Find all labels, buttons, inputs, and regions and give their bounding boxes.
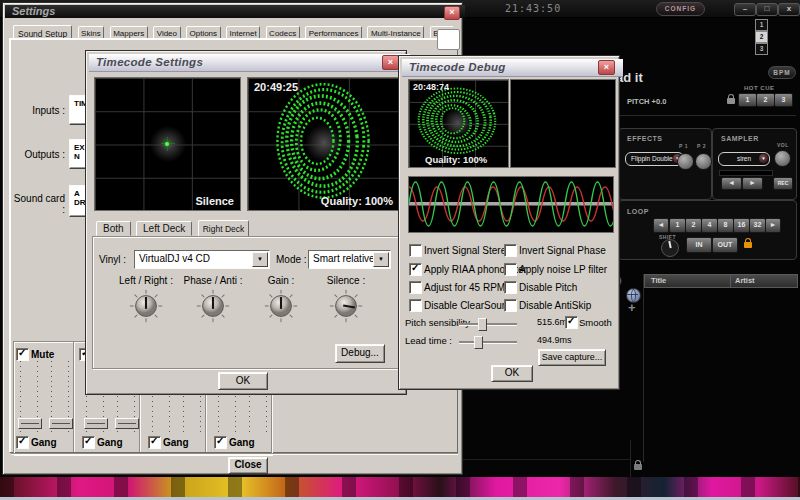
effect-param1-knob[interactable] xyxy=(677,153,694,170)
loop-double-button[interactable]: ► xyxy=(765,218,781,233)
close-button[interactable]: x xyxy=(778,3,800,16)
fader-handle[interactable] xyxy=(115,418,139,429)
sampler-rec-button[interactable]: REC xyxy=(773,177,793,190)
fader-handle[interactable] xyxy=(49,418,73,429)
sampler-volume-knob[interactable] xyxy=(774,150,791,167)
hotcue-button-3[interactable]: 3 xyxy=(774,93,793,107)
gang-checkbox-4[interactable] xyxy=(214,436,227,449)
loop-out-button[interactable]: OUT xyxy=(712,237,738,253)
settings-titlebar[interactable]: Settings xyxy=(5,5,465,18)
save-capture-button[interactable]: Save capture... xyxy=(538,349,606,366)
phase-anti-knob[interactable] xyxy=(194,287,232,325)
fader-handle[interactable] xyxy=(18,418,42,429)
loop-16-button[interactable]: 16 xyxy=(733,218,750,233)
loop-8-button[interactable]: 8 xyxy=(717,218,734,233)
layout-button-3[interactable]: 3 xyxy=(755,43,768,55)
disable-clearsound-checkbox[interactable] xyxy=(409,299,422,312)
disable-clearsound-label: Disable ClearSound xyxy=(424,300,513,311)
hotcue-button-1[interactable]: 1 xyxy=(738,93,757,107)
fader-handle[interactable] xyxy=(84,418,108,429)
effect-param2-knob[interactable] xyxy=(695,153,712,170)
mixer-separator-1 xyxy=(73,342,74,452)
disable-pitch-label: Disable Pitch xyxy=(519,282,577,293)
bpm-button[interactable]: BPM xyxy=(768,66,796,79)
sample-next-button[interactable]: ► xyxy=(742,177,763,190)
mode-dropdown-arrow-icon[interactable]: ▼ xyxy=(373,252,389,267)
hotcue-button-2[interactable]: 2 xyxy=(756,93,775,107)
layout-button-1[interactable]: 1 xyxy=(755,19,768,31)
smooth-label: Smooth xyxy=(579,317,612,328)
vinyl-dropdown-arrow-icon[interactable]: ▼ xyxy=(252,252,268,267)
outputs-label: Outputs : xyxy=(19,149,65,160)
timecode-settings-titlebar[interactable]: Timecode Settings xyxy=(89,54,410,72)
browser-lock-icon[interactable] xyxy=(634,464,642,470)
column-divider[interactable] xyxy=(730,275,731,287)
smooth-checkbox[interactable] xyxy=(565,316,578,329)
timecode-debug-titlebar[interactable]: Timecode Debug xyxy=(402,59,623,77)
lead-slider-thumb[interactable] xyxy=(474,336,483,349)
vinyl-select[interactable]: VirtualDJ v4 CD ▼ xyxy=(134,250,270,269)
apply-riaa-checkbox[interactable] xyxy=(409,263,422,276)
loop-32-button[interactable]: 32 xyxy=(749,218,766,233)
gang-checkbox-1[interactable] xyxy=(16,436,29,449)
timecode-settings-ok-button[interactable]: OK xyxy=(218,372,268,390)
maximize-button[interactable]: □ xyxy=(756,3,778,16)
debug-quality-readout: Quality: 100% xyxy=(425,154,487,165)
config-button[interactable]: CONFIG xyxy=(656,2,705,16)
loop-in-button[interactable]: IN xyxy=(686,237,712,253)
gang-checkbox-2[interactable] xyxy=(82,436,95,449)
sample-prev-button[interactable]: ◄ xyxy=(721,177,742,190)
gang-label-4: Gang xyxy=(229,437,255,448)
column-artist[interactable]: Artist xyxy=(735,276,755,285)
disable-pitch-checkbox[interactable] xyxy=(504,281,517,294)
debug-scope-right xyxy=(510,79,616,168)
silence-knob[interactable] xyxy=(327,287,365,325)
tab-left-deck[interactable]: Left Deck xyxy=(136,221,192,236)
apply-noise-lp-checkbox[interactable] xyxy=(504,263,517,276)
gang-checkbox-3[interactable] xyxy=(148,436,161,449)
sample-dropdown-arrow-icon[interactable]: ▼ xyxy=(759,154,768,163)
tab-both[interactable]: Both xyxy=(96,221,131,236)
layout-button-2[interactable]: 2 xyxy=(755,31,768,43)
loop-half-button[interactable]: ◄ xyxy=(653,218,669,233)
mute-label: Mute xyxy=(31,349,54,360)
loop-shift-knob[interactable] xyxy=(661,239,679,257)
loop-1-button[interactable]: 1 xyxy=(669,218,686,233)
lead-time-slider[interactable] xyxy=(459,341,517,343)
timecode-debug-close-icon[interactable]: × xyxy=(598,60,615,75)
hotcue-lock-icon[interactable] xyxy=(727,98,735,104)
disable-antiskip-checkbox[interactable] xyxy=(504,299,517,312)
invert-signal-stereo-checkbox[interactable] xyxy=(409,244,422,257)
effects-panel: EFFECTS P 1 P 2 Flippin Double ▼ xyxy=(618,128,712,200)
debug-time-readout: 20:48:74 xyxy=(413,82,449,92)
timecode-debug-ok-button[interactable]: OK xyxy=(491,365,533,382)
effect-select[interactable]: Flippin Double ▼ xyxy=(625,152,684,166)
settings-title: Settings xyxy=(12,5,55,17)
pitch-slider-thumb[interactable] xyxy=(478,318,487,331)
settings-close-button[interactable]: Close xyxy=(228,457,268,474)
mode-select[interactable]: Smart relative ▼ xyxy=(308,250,391,269)
waveform-display xyxy=(408,176,614,233)
lead-time-value: 494.9ms xyxy=(537,335,572,345)
left-right-knob[interactable] xyxy=(127,287,165,325)
timecode-settings-close-icon[interactable]: × xyxy=(382,55,399,70)
sidelist-right-border xyxy=(630,440,631,477)
loop-lock-icon[interactable] xyxy=(744,242,752,248)
mute-checkbox[interactable] xyxy=(16,348,29,361)
pitch-sensibility-slider[interactable] xyxy=(459,323,517,325)
minimize-button[interactable]: – xyxy=(734,3,756,16)
invert-signal-phase-checkbox[interactable] xyxy=(504,244,517,257)
column-title[interactable]: Title xyxy=(651,276,666,285)
lead-time-label: Lead time : xyxy=(405,335,452,346)
gain-knob[interactable] xyxy=(262,287,300,325)
tab-right-deck[interactable]: Right Deck xyxy=(198,220,250,237)
effect-param1-label: P 1 xyxy=(679,143,688,149)
loop-2-button[interactable]: 2 xyxy=(685,218,702,233)
loop-4-button[interactable]: 4 xyxy=(701,218,718,233)
hot-cue-label: HOT CUE xyxy=(744,85,775,91)
add-folder-icon[interactable]: + xyxy=(628,300,636,315)
settings-close-icon[interactable]: × xyxy=(444,6,460,20)
sample-select[interactable]: siren ▼ xyxy=(718,152,770,166)
debug-button[interactable]: Debug... xyxy=(335,344,385,363)
adjust-45rpm-checkbox[interactable] xyxy=(409,281,422,294)
